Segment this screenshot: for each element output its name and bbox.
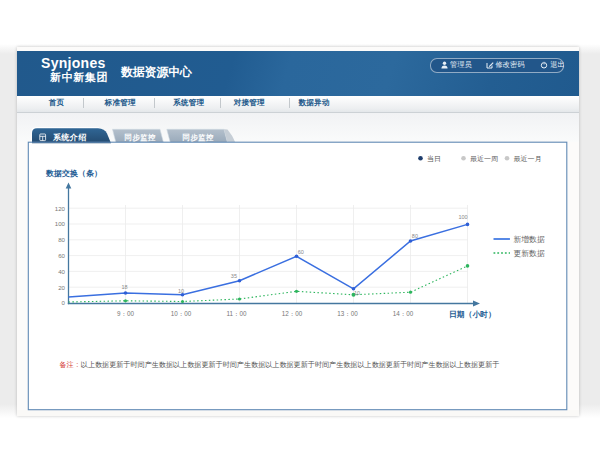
svg-text:日期（小时）: 日期（小时）: [449, 310, 496, 319]
svg-text:100: 100: [55, 220, 66, 227]
svg-text:同步监控: 同步监控: [125, 133, 156, 142]
svg-text:20: 20: [58, 284, 65, 291]
svg-text:9：00: 9：00: [117, 310, 134, 317]
svg-text:更新数据: 更新数据: [514, 249, 545, 258]
svg-text:100: 100: [459, 214, 468, 220]
svg-text:11：00: 11：00: [227, 310, 247, 317]
svg-text:最近一周: 最近一周: [470, 155, 498, 162]
svg-text:12：00: 12：00: [282, 310, 303, 317]
svg-text:10: 10: [354, 290, 360, 296]
svg-text:60: 60: [298, 249, 304, 255]
svg-text:10：00: 10：00: [171, 310, 192, 317]
svg-text:10: 10: [178, 288, 184, 294]
svg-text:当日: 当日: [427, 155, 441, 163]
svg-text:120: 120: [55, 205, 66, 212]
svg-text:系统介绍: 系统介绍: [52, 132, 86, 142]
svg-text:18: 18: [121, 284, 127, 290]
svg-text:数据交换（条）: 数据交换（条）: [45, 169, 102, 178]
svg-text:同步监控: 同步监控: [183, 133, 214, 142]
svg-text:80: 80: [412, 233, 418, 239]
svg-text:13：00: 13：00: [337, 310, 358, 317]
svg-text:40: 40: [58, 268, 65, 275]
svg-text:最近一月: 最近一月: [514, 155, 542, 163]
svg-text:60: 60: [58, 252, 65, 259]
svg-text:80: 80: [58, 236, 65, 243]
svg-text:14：00: 14：00: [393, 310, 414, 317]
svg-text:35: 35: [231, 273, 237, 279]
svg-text:新增数据: 新增数据: [514, 235, 545, 244]
